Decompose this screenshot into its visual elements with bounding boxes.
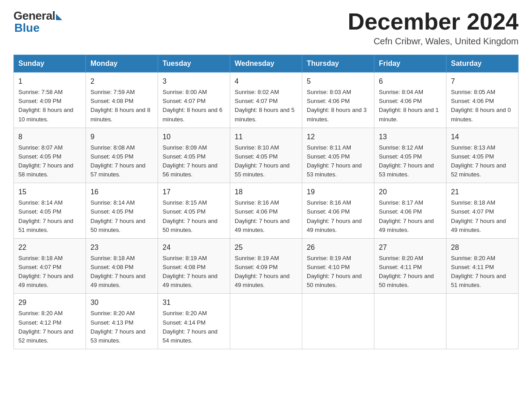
day-number: 27 xyxy=(379,242,442,253)
calendar-cell: 19 Sunrise: 8:16 AMSunset: 4:06 PMDaylig… xyxy=(302,183,374,239)
calendar-cell xyxy=(230,294,302,349)
day-number: 10 xyxy=(163,132,225,142)
calendar-cell: 15 Sunrise: 8:14 AMSunset: 4:05 PMDaylig… xyxy=(14,183,86,239)
calendar-week-row-3: 15 Sunrise: 8:14 AMSunset: 4:05 PMDaylig… xyxy=(14,183,519,239)
calendar-week-row-1: 1 Sunrise: 7:58 AMSunset: 4:09 PMDayligh… xyxy=(14,73,519,128)
day-number: 2 xyxy=(90,76,153,87)
day-number: 17 xyxy=(163,187,225,197)
col-thursday: Thursday xyxy=(302,55,374,73)
day-number: 16 xyxy=(90,187,153,197)
day-info: Sunrise: 8:02 AMSunset: 4:07 PMDaylight:… xyxy=(235,89,295,122)
calendar-cell: 13 Sunrise: 8:12 AMSunset: 4:05 PMDaylig… xyxy=(374,128,446,183)
page-header: General Blue December 2024 Cefn Cribwr, … xyxy=(13,9,519,47)
calendar-cell: 1 Sunrise: 7:58 AMSunset: 4:09 PMDayligh… xyxy=(14,73,86,128)
col-tuesday: Tuesday xyxy=(158,55,230,73)
calendar-cell: 18 Sunrise: 8:16 AMSunset: 4:06 PMDaylig… xyxy=(230,183,302,239)
calendar-cell: 31 Sunrise: 8:20 AMSunset: 4:14 PMDaylig… xyxy=(158,294,230,349)
calendar-cell: 8 Sunrise: 8:07 AMSunset: 4:05 PMDayligh… xyxy=(14,128,86,183)
day-number: 31 xyxy=(163,297,225,308)
calendar-table: Sunday Monday Tuesday Wednesday Thursday… xyxy=(13,55,519,349)
col-wednesday: Wednesday xyxy=(230,55,302,73)
day-number: 9 xyxy=(90,132,153,142)
day-number: 3 xyxy=(163,76,225,87)
calendar-cell: 26 Sunrise: 8:19 AMSunset: 4:10 PMDaylig… xyxy=(302,238,374,294)
calendar-cell: 10 Sunrise: 8:09 AMSunset: 4:05 PMDaylig… xyxy=(158,128,230,183)
day-info: Sunrise: 8:20 AMSunset: 4:14 PMDaylight:… xyxy=(163,310,218,343)
col-saturday: Saturday xyxy=(446,55,519,73)
month-title: December 2024 xyxy=(348,9,519,34)
location-subtitle: Cefn Cribwr, Wales, United Kingdom xyxy=(348,36,519,47)
day-number: 13 xyxy=(379,132,442,142)
day-number: 28 xyxy=(451,242,514,253)
day-number: 26 xyxy=(307,242,369,253)
calendar-week-row-4: 22 Sunrise: 8:18 AMSunset: 4:07 PMDaylig… xyxy=(14,238,519,294)
calendar-week-row-5: 29 Sunrise: 8:20 AMSunset: 4:12 PMDaylig… xyxy=(14,294,519,349)
day-number: 12 xyxy=(307,132,369,142)
day-number: 14 xyxy=(451,132,514,142)
calendar-cell: 17 Sunrise: 8:15 AMSunset: 4:05 PMDaylig… xyxy=(158,183,230,239)
calendar-cell: 11 Sunrise: 8:10 AMSunset: 4:05 PMDaylig… xyxy=(230,128,302,183)
day-info: Sunrise: 8:05 AMSunset: 4:06 PMDaylight:… xyxy=(451,89,511,122)
day-info: Sunrise: 8:09 AMSunset: 4:05 PMDaylight:… xyxy=(163,144,218,178)
calendar-cell: 23 Sunrise: 8:18 AMSunset: 4:08 PMDaylig… xyxy=(86,238,158,294)
day-info: Sunrise: 8:17 AMSunset: 4:06 PMDaylight:… xyxy=(379,199,434,233)
day-number: 20 xyxy=(379,187,442,197)
day-info: Sunrise: 8:20 AMSunset: 4:12 PMDaylight:… xyxy=(18,310,73,343)
calendar-cell: 7 Sunrise: 8:05 AMSunset: 4:06 PMDayligh… xyxy=(446,73,519,128)
day-info: Sunrise: 8:03 AMSunset: 4:06 PMDaylight:… xyxy=(307,89,367,122)
calendar-cell: 6 Sunrise: 8:04 AMSunset: 4:06 PMDayligh… xyxy=(374,73,446,128)
day-number: 29 xyxy=(18,297,81,308)
calendar-cell: 29 Sunrise: 8:20 AMSunset: 4:12 PMDaylig… xyxy=(14,294,86,349)
day-info: Sunrise: 8:00 AMSunset: 4:07 PMDaylight:… xyxy=(163,89,223,122)
day-info: Sunrise: 8:20 AMSunset: 4:11 PMDaylight:… xyxy=(379,255,434,288)
day-info: Sunrise: 8:13 AMSunset: 4:05 PMDaylight:… xyxy=(451,144,506,178)
col-sunday: Sunday xyxy=(14,55,86,73)
day-number: 25 xyxy=(235,242,297,253)
calendar-cell xyxy=(374,294,446,349)
calendar-cell: 20 Sunrise: 8:17 AMSunset: 4:06 PMDaylig… xyxy=(374,183,446,239)
col-monday: Monday xyxy=(86,55,158,73)
day-info: Sunrise: 8:15 AMSunset: 4:05 PMDaylight:… xyxy=(163,199,218,233)
day-info: Sunrise: 8:04 AMSunset: 4:06 PMDaylight:… xyxy=(379,89,439,122)
day-number: 1 xyxy=(18,76,81,87)
day-number: 15 xyxy=(18,187,81,197)
calendar-cell: 12 Sunrise: 8:11 AMSunset: 4:05 PMDaylig… xyxy=(302,128,374,183)
day-number: 22 xyxy=(18,242,81,253)
day-info: Sunrise: 7:58 AMSunset: 4:09 PMDaylight:… xyxy=(18,89,73,122)
col-friday: Friday xyxy=(374,55,446,73)
day-info: Sunrise: 8:19 AMSunset: 4:10 PMDaylight:… xyxy=(307,255,362,288)
day-number: 24 xyxy=(163,242,225,253)
day-info: Sunrise: 8:07 AMSunset: 4:05 PMDaylight:… xyxy=(18,144,73,178)
calendar-cell: 2 Sunrise: 7:59 AMSunset: 4:08 PMDayligh… xyxy=(86,73,158,128)
calendar-cell: 4 Sunrise: 8:02 AMSunset: 4:07 PMDayligh… xyxy=(230,73,302,128)
calendar-cell: 28 Sunrise: 8:20 AMSunset: 4:11 PMDaylig… xyxy=(446,238,519,294)
day-info: Sunrise: 7:59 AMSunset: 4:08 PMDaylight:… xyxy=(90,89,150,122)
day-number: 11 xyxy=(235,132,297,142)
calendar-cell: 25 Sunrise: 8:19 AMSunset: 4:09 PMDaylig… xyxy=(230,238,302,294)
day-info: Sunrise: 8:20 AMSunset: 4:13 PMDaylight:… xyxy=(90,310,146,343)
day-info: Sunrise: 8:14 AMSunset: 4:05 PMDaylight:… xyxy=(18,199,73,233)
day-info: Sunrise: 8:18 AMSunset: 4:08 PMDaylight:… xyxy=(90,255,146,288)
calendar-cell: 5 Sunrise: 8:03 AMSunset: 4:06 PMDayligh… xyxy=(302,73,374,128)
day-info: Sunrise: 8:08 AMSunset: 4:05 PMDaylight:… xyxy=(90,144,146,178)
day-number: 21 xyxy=(451,187,514,197)
day-info: Sunrise: 8:11 AMSunset: 4:05 PMDaylight:… xyxy=(307,144,362,178)
logo-triangle-icon xyxy=(56,14,62,20)
day-number: 8 xyxy=(18,132,81,142)
calendar-header-row: Sunday Monday Tuesday Wednesday Thursday… xyxy=(14,55,519,73)
day-info: Sunrise: 8:14 AMSunset: 4:05 PMDaylight:… xyxy=(90,199,146,233)
calendar-cell: 27 Sunrise: 8:20 AMSunset: 4:11 PMDaylig… xyxy=(374,238,446,294)
calendar-cell xyxy=(446,294,519,349)
logo-blue-text: Blue xyxy=(14,21,39,35)
day-info: Sunrise: 8:16 AMSunset: 4:06 PMDaylight:… xyxy=(307,199,362,233)
day-number: 19 xyxy=(307,187,369,197)
calendar-cell: 24 Sunrise: 8:19 AMSunset: 4:08 PMDaylig… xyxy=(158,238,230,294)
day-number: 4 xyxy=(235,76,297,87)
calendar-cell: 21 Sunrise: 8:18 AMSunset: 4:07 PMDaylig… xyxy=(446,183,519,239)
day-info: Sunrise: 8:18 AMSunset: 4:07 PMDaylight:… xyxy=(18,255,73,288)
day-info: Sunrise: 8:18 AMSunset: 4:07 PMDaylight:… xyxy=(451,199,506,233)
calendar-cell: 9 Sunrise: 8:08 AMSunset: 4:05 PMDayligh… xyxy=(86,128,158,183)
calendar-cell xyxy=(302,294,374,349)
day-info: Sunrise: 8:16 AMSunset: 4:06 PMDaylight:… xyxy=(235,199,290,233)
day-number: 23 xyxy=(90,242,153,253)
